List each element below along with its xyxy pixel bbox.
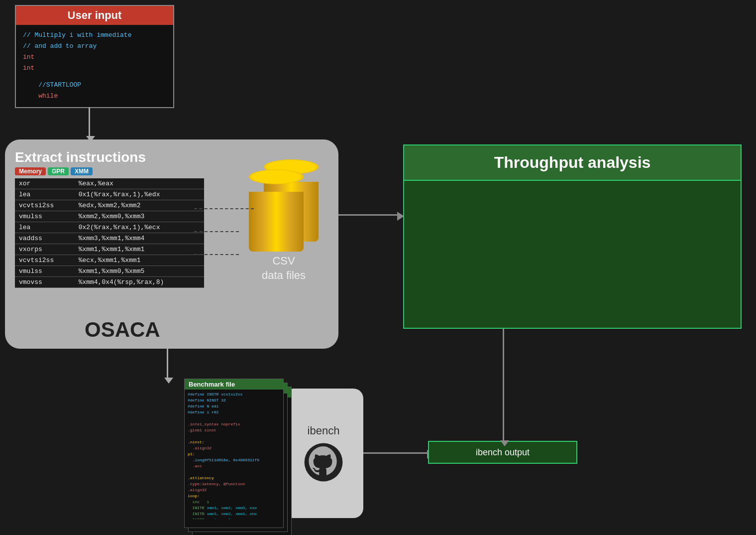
table-row: lea0x1(%rax,%rax,1),%edx — [15, 189, 204, 200]
cylinder-group — [244, 159, 324, 249]
table-row: vcvtsi2ss%ecx,%xmm1,%xmm1 — [15, 255, 204, 266]
table-row: vmulss%xmm1,%xmm0,%xmm5 — [15, 266, 204, 277]
arrow-osaca-to-benchmark — [167, 349, 168, 379]
table-row: xor%eax,%eax — [15, 178, 204, 189]
instruction-table: xor%eax,%eax lea0x1(%rax,%rax,1),%edx vc… — [15, 178, 204, 288]
arrow-userinput-to-osaca — [89, 107, 90, 137]
github-icon — [304, 442, 343, 482]
cylinder-body-front — [249, 192, 304, 252]
cylinder-front — [249, 169, 304, 244]
tag-memory: Memory — [15, 167, 46, 175]
tag-xmm: XMM — [71, 167, 93, 175]
tag-gpr: GPR — [48, 167, 69, 175]
table-row: vcvtsi2ss%edx,%xmm2,%xmm2 — [15, 200, 204, 211]
arrow-ibench-to-output — [363, 452, 428, 454]
table-row: vmulss%xmm2,%xmm0,%xmm3 — [15, 211, 204, 222]
ibench-label: ibench — [308, 424, 340, 437]
code-line-3: int — [23, 52, 166, 63]
arrow-csv-to-throughput — [338, 214, 398, 216]
csv-label: CSVdata files — [239, 254, 328, 282]
ibench-box: ibench — [284, 389, 363, 518]
code-line-1: // Multiply i with immediate — [23, 30, 166, 41]
osaca-label: OSACA — [85, 318, 160, 342]
user-input-title: User input — [16, 6, 173, 25]
throughput-box: Throughput analysis — [403, 144, 742, 329]
arrow-throughput-down — [503, 329, 504, 441]
user-input-box: User input // Multiply i with immediate … — [15, 5, 174, 108]
table-row: lea0x2(%rax,%rax,1),%ecx — [15, 222, 204, 233]
code-line-6: while — [23, 91, 166, 102]
code-line-4: int — [23, 63, 166, 74]
code-line-2: // and add to array — [23, 41, 166, 52]
table-row: vaddss%xmm3,%xmm1,%xmm4 — [15, 233, 204, 244]
table-row: vmovss%xmm4,0x4(%rsp,%rax,8) — [15, 277, 204, 288]
table-row: vxorps%xmm1,%xmm1,%xmm1 — [15, 244, 204, 255]
ibench-output-label: ibench output — [476, 447, 530, 458]
cylinder-top-front — [249, 169, 304, 184]
benchmark-page-front: Benchmark file #define INSTR vcvtsi2ss #… — [184, 379, 284, 528]
csv-area: CSVdata files — [239, 159, 328, 282]
benchmark-title-front: Benchmark file — [185, 379, 283, 390]
user-input-code: // Multiply i with immediate // and add … — [16, 25, 173, 107]
benchmark-code: #define INSTR vcvtsi2ss #define NINST 32… — [185, 390, 283, 519]
code-line-5: //STARTLOOP — [23, 80, 166, 91]
throughput-title: Throughput analysis — [404, 145, 741, 181]
